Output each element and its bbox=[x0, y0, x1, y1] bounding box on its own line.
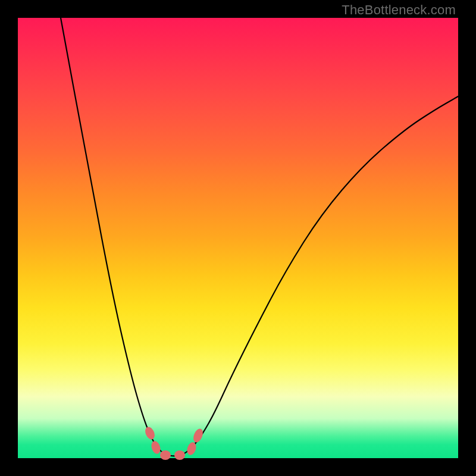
curve-layer bbox=[18, 18, 458, 458]
marker-point bbox=[174, 450, 185, 460]
marker-point bbox=[160, 450, 171, 460]
chart-frame bbox=[18, 18, 458, 458]
marker-point bbox=[143, 425, 156, 441]
watermark-text: TheBottleneck.com bbox=[342, 2, 456, 18]
bottleneck-curve bbox=[61, 18, 458, 456]
marker-point bbox=[192, 427, 205, 443]
marker-point bbox=[150, 440, 162, 455]
